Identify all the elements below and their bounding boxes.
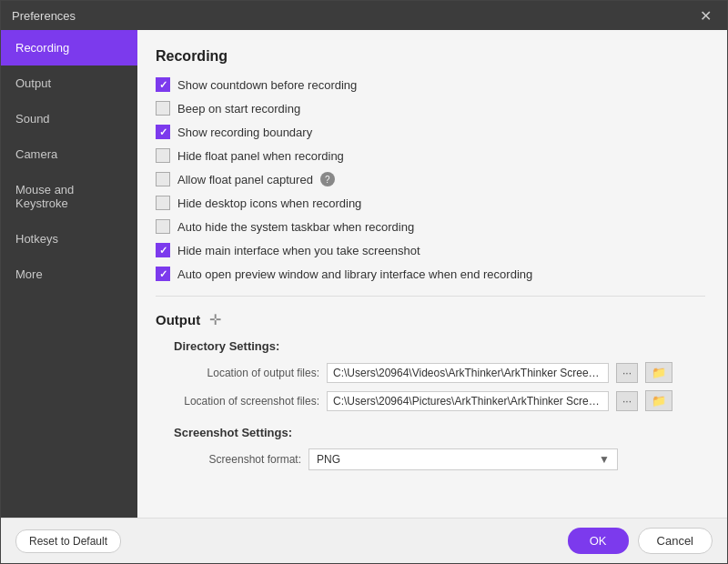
- checkbox-label-hide-icons: Hide desktop icons when recording: [177, 196, 361, 210]
- section-divider: [156, 296, 705, 297]
- checkbox-label-allow-float: Allow float panel captured: [177, 173, 313, 186]
- titlebar: Preferences ✕: [1, 1, 727, 30]
- checkbox-label-hide-main: Hide main interface when you take screen…: [177, 244, 420, 257]
- checkbox-row-boundary: Show recording boundary: [156, 125, 705, 139]
- output-dots-button[interactable]: ···: [616, 363, 638, 383]
- checkbox-row-hide-icons: Hide desktop icons when recording: [156, 196, 705, 210]
- sidebar-item-more[interactable]: More: [1, 257, 137, 292]
- output-folder-button[interactable]: 📁: [645, 362, 672, 383]
- checkbox-row-auto-hide-taskbar: Auto hide the system taskbar when record…: [156, 219, 705, 234]
- checkbox-row-hide-float: Hide float panel when recording: [156, 148, 705, 163]
- ok-button[interactable]: OK: [568, 528, 629, 554]
- checkbox-label-beep: Beep on start recording: [177, 102, 300, 116]
- main-panel: Recording Show countdown before recordin…: [137, 30, 727, 518]
- checkbox-label-hide-float: Hide float panel when recording: [177, 149, 344, 163]
- screenshot-location-label: Location of screenshot files:: [156, 395, 319, 408]
- checkbox-row-allow-float: Allow float panel captured ?: [156, 172, 705, 186]
- screenshot-location-value: C:\Users\20964\Pictures\ArkThinker\ArkTh…: [327, 391, 609, 411]
- sidebar-item-mouse-keystroke[interactable]: Mouse and Keystroke: [1, 172, 137, 221]
- checkbox-auto-open[interactable]: [156, 267, 170, 281]
- output-section-title: Output: [156, 312, 200, 327]
- close-button[interactable]: ✕: [694, 5, 716, 26]
- action-buttons: OK Cancel: [568, 528, 713, 554]
- help-icon-allow-float[interactable]: ?: [320, 172, 335, 186]
- sidebar-item-camera[interactable]: Camera: [1, 136, 137, 172]
- output-header: Output ✛: [156, 311, 705, 328]
- cancel-button[interactable]: Cancel: [638, 528, 713, 554]
- screenshot-dots-button[interactable]: ···: [616, 391, 638, 411]
- checkbox-hide-main[interactable]: [156, 243, 170, 257]
- checkbox-hide-icons[interactable]: [156, 196, 170, 210]
- sidebar-item-recording[interactable]: Recording: [1, 30, 137, 65]
- dir-settings-label: Directory Settings:: [174, 339, 705, 353]
- format-value: PNG: [317, 453, 340, 466]
- preferences-window: Preferences ✕ Recording Output Sound Cam…: [0, 0, 728, 564]
- sidebar-item-sound[interactable]: Sound: [1, 101, 137, 136]
- checkbox-countdown[interactable]: [156, 77, 170, 92]
- checkbox-label-countdown: Show countdown before recording: [177, 78, 357, 92]
- checkbox-beep[interactable]: [156, 101, 170, 116]
- output-files-row: Location of output files: C:\Users\20964…: [156, 362, 705, 383]
- output-section: Output ✛ Directory Settings: Location of…: [156, 311, 705, 470]
- content-area: Recording Output Sound Camera Mouse and …: [1, 30, 727, 518]
- sidebar-item-output[interactable]: Output: [1, 65, 137, 101]
- sidebar-item-hotkeys[interactable]: Hotkeys: [1, 221, 137, 257]
- checkbox-boundary[interactable]: [156, 125, 170, 139]
- format-label: Screenshot format:: [174, 453, 301, 466]
- checkbox-label-boundary: Show recording boundary: [177, 126, 312, 139]
- checkbox-auto-hide-taskbar[interactable]: [156, 219, 170, 234]
- checkbox-row-auto-open: Auto open preview window and library int…: [156, 267, 705, 281]
- checkbox-row-countdown: Show countdown before recording: [156, 77, 705, 92]
- chevron-down-icon: ▼: [599, 453, 610, 466]
- move-icon[interactable]: ✛: [209, 311, 221, 328]
- output-location-label: Location of output files:: [156, 367, 319, 379]
- checkbox-hide-float[interactable]: [156, 148, 170, 163]
- folder-icon-2: 📁: [652, 394, 666, 408]
- checkbox-row-hide-main: Hide main interface when you take screen…: [156, 243, 705, 257]
- screenshot-folder-button[interactable]: 📁: [645, 390, 672, 411]
- screenshot-settings: Screenshot Settings: Screenshot format: …: [156, 426, 705, 470]
- checkbox-label-auto-hide-taskbar: Auto hide the system taskbar when record…: [177, 220, 414, 234]
- checkbox-row-beep: Beep on start recording: [156, 101, 705, 116]
- screenshot-files-row: Location of screenshot files: C:\Users\2…: [156, 390, 705, 411]
- screenshot-settings-label: Screenshot Settings:: [174, 426, 705, 439]
- window-title: Preferences: [12, 9, 76, 23]
- recording-section-title: Recording: [156, 48, 705, 65]
- reset-to-default-button[interactable]: Reset to Default: [15, 529, 121, 553]
- format-select[interactable]: PNG ▼: [308, 448, 618, 470]
- checkbox-label-auto-open: Auto open preview window and library int…: [177, 267, 532, 281]
- checkbox-allow-float[interactable]: [156, 172, 170, 186]
- output-location-value: C:\Users\20964\Videos\ArkThinker\ArkThin…: [327, 363, 609, 383]
- bottom-bar: Reset to Default OK Cancel: [1, 518, 727, 563]
- format-row: Screenshot format: PNG ▼: [174, 448, 705, 470]
- sidebar: Recording Output Sound Camera Mouse and …: [1, 30, 137, 518]
- folder-icon: 📁: [652, 366, 666, 379]
